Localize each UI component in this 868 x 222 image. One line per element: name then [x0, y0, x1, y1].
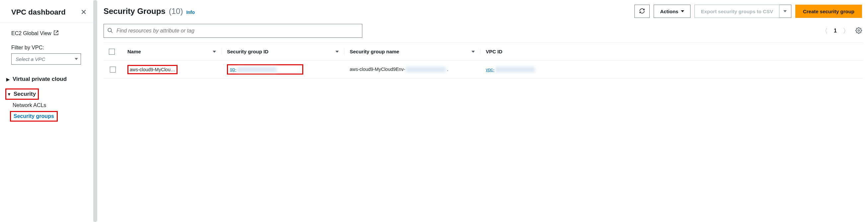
- create-security-group-label: Create security group: [803, 9, 855, 14]
- vpc-select-placeholder: Select a VPC: [16, 56, 45, 62]
- search-input[interactable]: [117, 28, 359, 34]
- page-next-button[interactable]: 〉: [843, 27, 849, 35]
- sidebar-title: VPC dashboard: [11, 8, 66, 16]
- nav-group-vpc-label: Virtual private cloud: [12, 76, 67, 82]
- select-all-checkbox[interactable]: [109, 49, 115, 55]
- sort-icon: [336, 51, 339, 53]
- nav-group-security-label: Security: [13, 91, 36, 98]
- vpc-select[interactable]: Select a VPC: [11, 53, 81, 65]
- page-count: (10): [169, 7, 183, 16]
- cell-vpc-id-link[interactable]: vpc-: [486, 67, 494, 72]
- row-checkbox[interactable]: [110, 67, 116, 73]
- column-header-sg-id[interactable]: Security group ID: [222, 49, 344, 54]
- table-row[interactable]: aws-cloud9-MyClou… sg- aws-cloud9-MyClou…: [103, 61, 863, 78]
- sort-icon: [471, 51, 475, 53]
- settings-button[interactable]: [856, 27, 862, 35]
- filter-by-vpc-label: Filter by VPC:: [11, 45, 87, 51]
- refresh-button[interactable]: [634, 5, 650, 18]
- redacted-text: [406, 67, 445, 72]
- nav-item-network-acls[interactable]: Network ACLs: [12, 100, 87, 111]
- export-csv-button[interactable]: Export security groups to CSV: [694, 5, 779, 18]
- column-header-name[interactable]: Name: [122, 49, 222, 54]
- nav-group-vpc[interactable]: ▶ Virtual private cloud: [6, 76, 87, 82]
- page-title: Security Groups: [103, 7, 165, 16]
- cell-sg-id-link[interactable]: sg-: [230, 67, 236, 72]
- nav-item-security-groups[interactable]: Security groups: [13, 112, 55, 121]
- redacted-text: [495, 67, 535, 72]
- column-header-sg-name[interactable]: Security group name: [344, 49, 480, 54]
- refresh-icon: [639, 8, 645, 15]
- nav-group-security[interactable]: ▼ Security: [7, 91, 36, 98]
- ec2-global-view-label: EC2 Global View: [11, 31, 52, 36]
- sort-icon: [213, 51, 216, 53]
- external-link-icon: [54, 30, 59, 37]
- actions-button-label: Actions: [660, 9, 678, 14]
- create-security-group-button[interactable]: Create security group: [795, 5, 862, 18]
- sidebar: VPC dashboard ✕ EC2 Global View Filter b…: [0, 0, 94, 222]
- page-number: 1: [834, 28, 837, 34]
- svg-line-1: [111, 31, 113, 33]
- chevron-down-icon: [75, 58, 78, 60]
- chevron-down-icon: [783, 10, 787, 12]
- cell-name: aws-cloud9-MyClou…: [130, 67, 175, 72]
- caret-right-icon: ▶: [6, 77, 10, 82]
- main-content: Security Groups (10) Info Actions Export…: [94, 0, 868, 222]
- cell-sg-name: aws-cloud9-MyCloud9Env- .: [350, 67, 448, 72]
- svg-point-0: [108, 28, 112, 32]
- info-link[interactable]: Info: [186, 10, 195, 15]
- ec2-global-view-link[interactable]: EC2 Global View: [11, 30, 59, 37]
- column-header-vpc-id[interactable]: VPC ID: [480, 49, 577, 54]
- chevron-down-icon: [681, 10, 684, 12]
- caret-down-icon: ▼: [7, 92, 11, 97]
- search-icon: [107, 28, 113, 34]
- actions-button[interactable]: Actions: [654, 5, 690, 18]
- search-box[interactable]: [103, 24, 362, 38]
- security-groups-table: Name Security group ID Security group na…: [103, 42, 863, 78]
- redacted-text: [237, 67, 277, 72]
- export-csv-label: Export security groups to CSV: [701, 9, 773, 14]
- close-sidebar-button[interactable]: ✕: [81, 8, 87, 16]
- export-csv-dropdown[interactable]: [779, 5, 792, 18]
- svg-point-2: [858, 30, 860, 31]
- page-prev-button[interactable]: 〈: [821, 27, 828, 35]
